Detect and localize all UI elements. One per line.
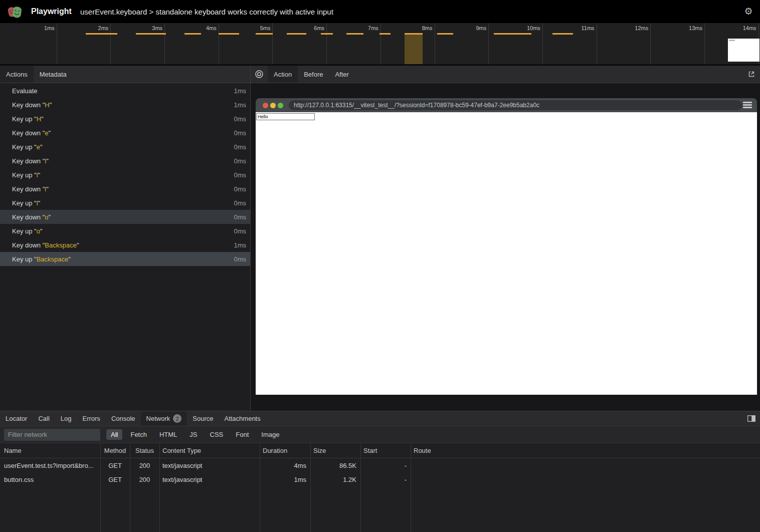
tab-action[interactable]: Action: [268, 66, 298, 83]
column-separator: [159, 443, 160, 532]
timeline-tick: 10ms: [489, 23, 543, 64]
timeline-action-marker[interactable]: [321, 33, 333, 35]
action-list-item[interactable]: Key down "e"0ms: [0, 126, 250, 140]
filter-chip-font[interactable]: Font: [231, 429, 253, 440]
filter-chip-css[interactable]: CSS: [206, 429, 228, 440]
timeline-ruler[interactable]: 1ms2ms3ms4ms5ms6ms7ms8ms9ms10ms11ms12ms1…: [0, 23, 760, 64]
action-list-item[interactable]: Key up "e"0ms: [0, 140, 250, 154]
split-view-icon[interactable]: [743, 411, 760, 426]
filter-chip-image[interactable]: Image: [257, 429, 284, 440]
column-header-name[interactable]: Name: [0, 447, 100, 454]
timeline-tick: 7ms: [327, 23, 381, 64]
filter-chip-js[interactable]: JS: [185, 429, 202, 440]
timeline-action-marker[interactable]: [494, 33, 531, 35]
bottom-panel: LocatorCallLogErrorsConsoleNetwork2Sourc…: [0, 411, 760, 532]
timeline-action-marker[interactable]: [219, 33, 239, 35]
action-list-item[interactable]: Evaluate1ms: [0, 84, 250, 98]
bottom-tab-call[interactable]: Call: [33, 411, 55, 426]
action-title: Key up "o": [0, 227, 234, 235]
column-header-size[interactable]: Size: [310, 447, 360, 454]
action-list-item[interactable]: Key up "l"0ms: [0, 168, 250, 182]
bottom-tab-attachments[interactable]: Attachments: [219, 411, 266, 426]
action-list-item[interactable]: Key down "l"0ms: [0, 154, 250, 168]
bottom-tab-errors[interactable]: Errors: [77, 411, 105, 426]
timeline-action-marker[interactable]: [86, 33, 117, 35]
bottom-tab-log[interactable]: Log: [55, 411, 77, 426]
network-request-row[interactable]: button.cssGET200text/javascript1ms1.2K-: [0, 472, 760, 486]
bottom-tab-console[interactable]: Console: [106, 411, 141, 426]
column-header-start[interactable]: Start: [360, 447, 411, 454]
external-link-icon[interactable]: [743, 66, 760, 83]
action-key-value: l: [37, 199, 38, 207]
action-duration: 1ms: [234, 101, 250, 109]
top-header: Playwright userEvent.keyboard > standalo…: [0, 0, 760, 23]
filter-chip-html[interactable]: HTML: [155, 429, 181, 440]
action-list-item[interactable]: Key up "o"0ms: [0, 224, 250, 238]
column-separator: [100, 443, 101, 532]
snapshot-text-input[interactable]: [256, 113, 315, 120]
timeline-action-marker[interactable]: [405, 33, 423, 35]
timeline-action-marker[interactable]: [437, 33, 453, 35]
timeline-action-marker[interactable]: [379, 33, 391, 35]
network-request-row[interactable]: userEvent.test.ts?import&bro...GET200tex…: [0, 458, 760, 472]
bottom-tab-source[interactable]: Source: [187, 411, 219, 426]
action-duration: 0ms: [234, 213, 250, 221]
action-list-item[interactable]: Key down "Backspace"1ms: [0, 238, 250, 252]
timeline-action-marker[interactable]: [184, 33, 201, 35]
timeline-action-marker[interactable]: [346, 33, 363, 35]
timeline-action-marker[interactable]: [552, 33, 573, 35]
action-duration: 0ms: [234, 185, 250, 193]
column-header-status[interactable]: Status: [130, 447, 159, 454]
timeline-tick: 4ms: [165, 23, 219, 64]
browser-window: http://127.0.0.1:63315/__vitest_test__/?…: [256, 98, 757, 395]
column-header-method[interactable]: Method: [100, 447, 130, 454]
hamburger-icon[interactable]: [743, 102, 752, 109]
gear-icon[interactable]: ⚙: [743, 6, 754, 17]
network-count-badge: 2: [173, 414, 181, 423]
timeline-tick: 11ms: [543, 23, 597, 64]
action-duration: 0ms: [234, 143, 250, 151]
timeline-action-marker[interactable]: [287, 33, 306, 35]
network-type-filters: AllFetchHTMLJSCSSFontImage: [106, 429, 287, 440]
action-duration: 0ms: [234, 171, 250, 179]
bottom-tabbar: LocatorCallLogErrorsConsoleNetwork2Sourc…: [0, 411, 760, 426]
tab-after[interactable]: After: [329, 66, 354, 83]
column-header-route[interactable]: Route: [411, 447, 509, 454]
action-list-item[interactable]: Key down "o"0ms: [0, 210, 250, 224]
thumbnail-input-hint: [729, 40, 735, 41]
tab-before[interactable]: Before: [298, 66, 329, 83]
filter-chip-fetch[interactable]: Fetch: [126, 429, 151, 440]
action-list-item[interactable]: Key up "l"0ms: [0, 196, 250, 210]
action-list-item[interactable]: Key up "H"0ms: [0, 112, 250, 126]
bottom-tab-locator[interactable]: Locator: [0, 411, 33, 426]
timeline-selected-range[interactable]: [405, 33, 423, 64]
timeline-segments: 1ms2ms3ms4ms5ms6ms7ms8ms9ms10ms11ms12ms1…: [3, 23, 759, 64]
snapshot-page: [256, 112, 757, 395]
bullseye-target-icon[interactable]: [251, 66, 268, 83]
network-filter-row: AllFetchHTMLJSCSSFontImage: [0, 426, 760, 443]
tab-metadata[interactable]: Metadata: [34, 66, 73, 83]
action-list-item[interactable]: Key up "Backspace"0ms: [0, 252, 250, 266]
timeline-action-marker[interactable]: [136, 33, 166, 35]
timeline-tick: 5ms: [219, 23, 273, 64]
action-title: Key up "H": [0, 115, 234, 123]
bottom-tab-label: Console: [111, 415, 135, 422]
action-list-item[interactable]: Key down "H"1ms: [0, 98, 250, 112]
action-title: Key down "l": [0, 185, 234, 193]
action-list-item[interactable]: Key down "l"0ms: [0, 182, 250, 196]
timeline-screenshot-thumbnail[interactable]: [728, 39, 759, 62]
tab-actions[interactable]: Actions: [0, 66, 34, 83]
column-separator: [411, 443, 411, 532]
action-title: Key down "e": [0, 129, 234, 137]
column-header-content-type[interactable]: Content Type: [159, 447, 260, 454]
address-bar[interactable]: http://127.0.0.1:63315/__vitest_test__/?…: [289, 100, 742, 110]
action-title: Key up "l": [0, 199, 234, 207]
action-title: Key down "H": [0, 101, 234, 109]
bottom-tab-network[interactable]: Network2: [141, 411, 187, 426]
cell-status: 200: [130, 476, 159, 483]
filter-chip-all[interactable]: All: [106, 429, 122, 440]
network-filter-input[interactable]: [4, 429, 100, 441]
bottom-tab-label: Attachments: [224, 415, 260, 422]
timeline-action-marker[interactable]: [256, 33, 273, 35]
column-header-duration[interactable]: Duration: [260, 447, 310, 454]
